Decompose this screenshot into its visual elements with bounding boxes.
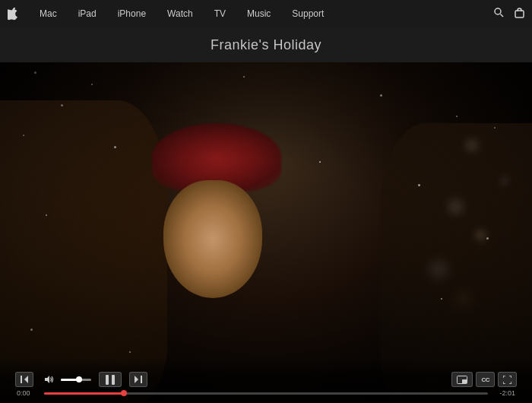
nav-item-support[interactable]: Support [281, 0, 334, 27]
svg-rect-7 [112, 375, 115, 385]
volume-slider[interactable] [61, 379, 91, 381]
svg-rect-4 [21, 376, 22, 383]
svg-rect-9 [141, 376, 142, 383]
play-pause-button[interactable] [99, 372, 122, 387]
video-controls: CC 0:00 -2:01 [0, 357, 532, 403]
svg-rect-11 [462, 379, 467, 383]
fullscreen-button[interactable] [498, 372, 517, 387]
search-icon[interactable] [494, 8, 504, 20]
svg-rect-6 [106, 375, 109, 385]
nav-item-watch[interactable]: Watch [157, 0, 204, 27]
apple-logo-icon[interactable] [8, 8, 18, 21]
progress-fill [44, 392, 124, 395]
title-bar: Frankie's Holiday [0, 27, 532, 62]
volume-knob [76, 376, 82, 382]
nav-icon-group [494, 8, 524, 21]
nav-item-mac[interactable]: Mac [29, 0, 68, 27]
nav-items: Mac iPad iPhone Watch TV Music Support [29, 0, 494, 27]
time-remaining: -2:01 [492, 389, 515, 397]
rewind-button[interactable] [15, 372, 33, 387]
progress-row: 0:00 -2:01 [0, 387, 532, 397]
nav-item-iphone[interactable]: iPhone [107, 0, 157, 27]
nav-item-music[interactable]: Music [236, 0, 281, 27]
bag-icon[interactable] [515, 8, 524, 21]
forward-button[interactable] [129, 372, 147, 387]
pip-button[interactable] [451, 372, 473, 387]
video-frame: CC 0:00 -2:01 [0, 62, 532, 403]
navigation: Mac iPad iPhone Watch TV Music Support [0, 0, 532, 27]
svg-point-0 [495, 8, 501, 14]
nav-item-ipad[interactable]: iPad [68, 0, 107, 27]
page-title: Frankie's Holiday [211, 37, 321, 53]
svg-rect-2 [515, 11, 524, 17]
video-container[interactable]: CC 0:00 -2:01 [0, 62, 532, 403]
progress-knob [121, 390, 127, 396]
progress-track[interactable] [44, 392, 488, 395]
svg-marker-5 [45, 376, 49, 383]
volume-button[interactable] [41, 372, 58, 387]
nav-item-tv[interactable]: TV [204, 0, 236, 27]
vignette-overlay [0, 62, 532, 403]
right-controls: CC [451, 372, 517, 387]
time-current: 0:00 [17, 389, 40, 397]
cc-button[interactable]: CC [476, 372, 495, 387]
volume-area [41, 372, 91, 387]
svg-line-1 [501, 14, 504, 17]
svg-marker-3 [24, 376, 28, 383]
svg-marker-8 [135, 376, 138, 383]
controls-buttons-row: CC [0, 372, 532, 387]
